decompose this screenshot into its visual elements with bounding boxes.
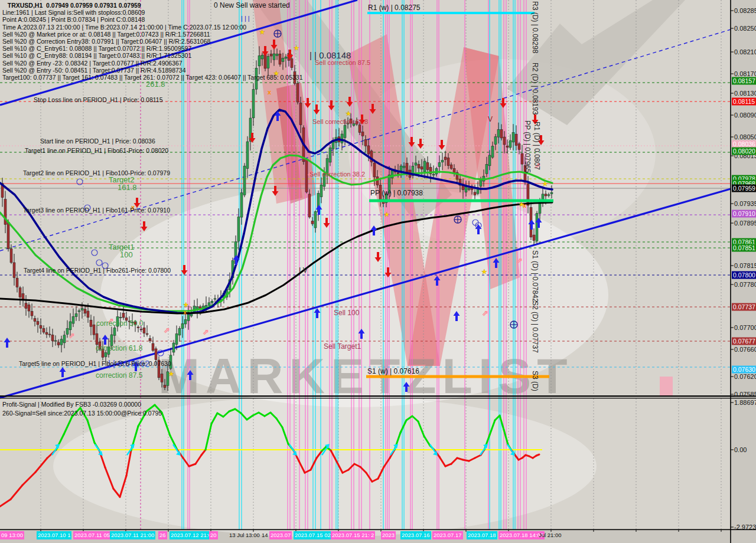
chart-label: correction 87.5 bbox=[96, 372, 142, 380]
time-axis-label: 2023.07.11 21:00 bbox=[110, 531, 155, 539]
chart-label: Target1 line on PERIOD_H1 | Fibo61-Price… bbox=[25, 148, 168, 154]
price-axis-label: 0.00 bbox=[734, 446, 747, 453]
time-axis-label: 2023.07.15 21:0 bbox=[331, 531, 374, 539]
price-level-badge: 0.07910 bbox=[732, 210, 756, 218]
chart-label: Target3 line on PERIOD_H1 | Fibo161-Pric… bbox=[23, 207, 170, 214]
chart-label: Sell correction 38.2 bbox=[309, 171, 365, 178]
time-axis-label: 20 bbox=[209, 531, 218, 539]
chart-label: Target2 line on PERIOD_H1 | Fibo100-Pric… bbox=[23, 170, 170, 176]
price-axis-label: 0.08130 bbox=[734, 90, 756, 97]
info-line: Point A:0.08245 | Point B:0.07834 | Poin… bbox=[2, 16, 303, 23]
pivot-label-vertical: R3 (D) | 0.08298 bbox=[531, 1, 539, 54]
price-level-badge: 0.08020 bbox=[732, 148, 756, 155]
time-axis-label: 2 bbox=[370, 531, 375, 539]
price-axis-label: 0.08210 bbox=[734, 48, 756, 55]
price-axis-label: 0.07660 bbox=[734, 346, 756, 353]
price-axis-label: 0.07700 bbox=[734, 324, 756, 331]
correction-arrow-icon: ⇗ bbox=[482, 309, 488, 318]
price-axis-label: 0.07815 bbox=[734, 262, 756, 269]
star-icon: ★ bbox=[384, 211, 390, 218]
price-level-badge: 0.07851 bbox=[732, 244, 756, 252]
chart-label: R1 (w) | 0.08275 bbox=[368, 4, 421, 12]
indicator-signal-status: 260-Signal=Sell since:2023.07.13 15:00:0… bbox=[2, 409, 162, 418]
time-axis-label: 2023.07.18 bbox=[467, 531, 497, 539]
pivot-label-vertical: PP (D) | 0.07965 bbox=[523, 120, 532, 173]
time-axis-label: 2023.07.18 14:00 bbox=[498, 531, 545, 539]
chart-label: I V bbox=[299, 267, 308, 274]
info-line: Line:1961 | Last Signal is:Sell with sto… bbox=[2, 9, 303, 16]
chart-label: correction 50.0 bbox=[96, 320, 143, 328]
time-axis-label: 09 13:00 bbox=[0, 531, 24, 539]
price-axis-label: 0.07895 bbox=[734, 220, 756, 227]
chart-label: PP (w) | 0.07938 bbox=[370, 189, 423, 197]
time-axis-label: 14 bbox=[262, 531, 268, 539]
trade-info-panel: TRXUSD,H1 0.07949 0.07959 0.07931 0.0795… bbox=[2, 2, 303, 81]
correction-arrow-icon: ⇗ bbox=[69, 331, 75, 340]
chart-label: | | | bbox=[241, 15, 250, 22]
price-level-badge: 0.07800 bbox=[732, 272, 756, 279]
price-axis-label: 0.08250 bbox=[734, 25, 756, 32]
pivot-label-vertical: S3 (D) bbox=[531, 371, 539, 391]
circled-plus-icon bbox=[510, 321, 517, 328]
price-axis-label: 0.07585 bbox=[734, 391, 756, 398]
chart-label: 261.8 bbox=[146, 80, 165, 89]
chart-label: 161.8 bbox=[118, 184, 137, 192]
indicator-title: Profit-Signal | Modified By FSB3 -0.0326… bbox=[2, 400, 162, 409]
time-axis-label: 2023 bbox=[381, 531, 396, 539]
pivot-label-vertical: R2 (D) | 0.08193 bbox=[531, 63, 539, 115]
chart-label: V bbox=[488, 116, 493, 123]
star-icon: ★ bbox=[542, 180, 548, 187]
price-axis-label: 0.08170 bbox=[734, 70, 756, 77]
price-level-badge: 0.07737 bbox=[732, 303, 756, 311]
price-axis-label: 0.07780 bbox=[734, 281, 756, 288]
chart-label: Sell 100 bbox=[334, 309, 359, 317]
chart-label: correction 61.8 bbox=[96, 345, 142, 352]
pivot-label-vertical: S1 (D) | 0.07842 bbox=[531, 250, 539, 302]
time-axis-label: 13 Jul 13:00 bbox=[229, 531, 260, 539]
price-axis-label: 1.88697 bbox=[734, 399, 756, 406]
info-line: Time A:2023.07.13 21:00:00 | Time B:2023… bbox=[2, 24, 303, 31]
pivot-label-vertical: S2 (D) | 0.07737 bbox=[531, 301, 539, 353]
chart-label: 0 New Sell wave started bbox=[214, 2, 290, 9]
info-line: Sell %10 @ C_Entry61: 0.08088 || Target:… bbox=[2, 45, 303, 52]
x-mark-icon: x bbox=[268, 89, 272, 96]
chart-label: Target5 line on PERIOD_H1 | Fibo423.6-Pr… bbox=[19, 361, 171, 367]
correction-arrow-icon: ⇗ bbox=[164, 326, 170, 335]
price-axis-label: 0.07935 bbox=[734, 200, 756, 207]
price-axis-label: 0.08050 bbox=[734, 133, 756, 140]
chart-label: S1 (w) | 0.07616 bbox=[367, 368, 419, 375]
time-axis-label: 2023.07.17 bbox=[432, 531, 463, 539]
star-icon: ★ bbox=[481, 268, 487, 275]
x-mark-icon: x bbox=[183, 309, 187, 316]
info-line: Sell %20 @ Market price or at: 0.08148 |… bbox=[2, 31, 303, 38]
info-line: Sell %20 @ Entry -23: 0.08342 | Target:0… bbox=[2, 60, 303, 67]
chart-label: Target4 line on PERIOD_H1 | Fibo261-Pric… bbox=[24, 267, 171, 274]
correction-arrow-icon: ⇗ bbox=[516, 256, 523, 265]
info-line: Sell %10 @ C_Entry88: 0.08194 || Target:… bbox=[2, 52, 303, 59]
price-level-badge: 0.08157 bbox=[732, 77, 756, 85]
chart-label: Sell correction 87.5 bbox=[315, 60, 370, 67]
trading-terminal-window: MARKETZLIST⇗⇗⇗⇗⇗⇗⇗⇗★★★★★★★★★★xxxx TRXUSD… bbox=[0, 0, 756, 543]
oscillator-line bbox=[536, 454, 539, 456]
chart-label: 100 bbox=[120, 251, 133, 259]
chart-label: Sell Target1 bbox=[324, 343, 361, 351]
correction-arrow-icon: ⇗ bbox=[203, 328, 209, 336]
chart-label: Sell correction 61.8 bbox=[312, 119, 368, 126]
indicator-panel-header: Profit-Signal | Modified By FSB3 -0.0326… bbox=[2, 400, 162, 418]
price-axis-label: 0.08285 bbox=[734, 7, 756, 14]
star-icon: ★ bbox=[183, 301, 189, 308]
price-axis-label: 0.07620 bbox=[734, 373, 756, 380]
price-level-badge: 0.08115 bbox=[732, 98, 756, 106]
time-axis-label: 2023.07.10 1 bbox=[37, 531, 71, 539]
star-icon: ★ bbox=[346, 110, 351, 117]
circled-plus-icon bbox=[454, 216, 461, 223]
price-level-badge: 0.07630 bbox=[732, 366, 756, 374]
time-axis-label: Jul 21:00 bbox=[539, 531, 562, 539]
price-level-badge: 0.07677 bbox=[732, 338, 756, 345]
time-axis-label: 2023.07.11 05 bbox=[73, 531, 111, 539]
price-axis-label: 0.08090 bbox=[734, 112, 756, 119]
x-mark-icon: x bbox=[523, 202, 527, 209]
info-line: Sell %20 @ Correction Entry38: 0.07991 |… bbox=[2, 38, 303, 45]
price-axis-label: -2.97239 bbox=[734, 524, 756, 531]
oscillator-line bbox=[463, 460, 469, 461]
